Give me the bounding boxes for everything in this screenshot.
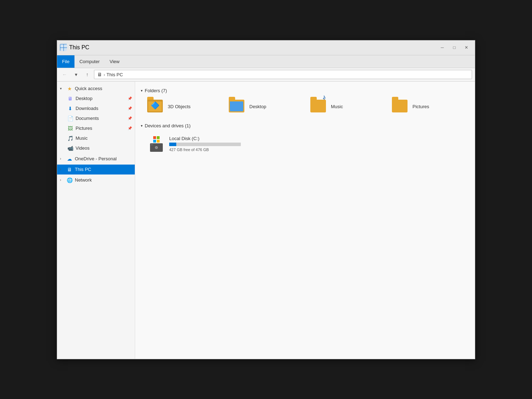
desktop-icon: 🖥: [67, 95, 73, 102]
menu-view[interactable]: View: [105, 55, 124, 68]
folder-3d-objects-label: 3D Objects: [168, 104, 190, 109]
documents-icon: 📄: [67, 115, 73, 122]
svg-rect-1: [64, 44, 67, 48]
maximize-button[interactable]: □: [449, 43, 460, 52]
path-label: This PC: [106, 72, 123, 77]
minimize-button[interactable]: ─: [437, 43, 448, 52]
sidebar: ▾ ★ Quick access 🖥 Desktop 📌 ⬇ Downloads…: [57, 82, 135, 359]
up-button[interactable]: ↑: [83, 70, 92, 79]
pin-icon-documents: 📌: [128, 116, 132, 120]
videos-icon: 📹: [67, 145, 73, 151]
title-bar: This PC ─ □ ✕: [57, 40, 475, 55]
drives-container: Local Disk (C:) 427 GB free of 476 GB: [144, 133, 469, 155]
drive-c-progress: [169, 143, 241, 146]
close-button[interactable]: ✕: [461, 43, 472, 52]
drive-item-c[interactable]: Local Disk (C:) 427 GB free of 476 GB: [144, 133, 244, 155]
network-icon: 🌐: [66, 177, 73, 183]
folder-3d-icon: 🔷: [147, 100, 164, 114]
path-separator: ›: [104, 72, 105, 77]
pin-icon: 📌: [128, 96, 132, 100]
file-explorer-window: This PC ─ □ ✕ File Computer View ← ▾ ↑ 🖥…: [57, 40, 475, 359]
svg-rect-2: [60, 48, 63, 51]
sidebar-item-pictures[interactable]: 🖼 Pictures 📌: [57, 123, 135, 133]
folders-chevron-icon: ▾: [141, 89, 143, 93]
app-icon: [60, 44, 67, 51]
sidebar-item-music[interactable]: 🎵 Music: [57, 133, 135, 143]
path-icon: 🖥: [97, 72, 102, 77]
sidebar-item-thispc[interactable]: › 🖥 This PC: [57, 165, 135, 174]
drive-c-icon: [147, 135, 166, 153]
drive-c-space: 427 GB free of 476 GB: [169, 148, 241, 152]
devices-section-header[interactable]: ▾ Devices and drives (1): [141, 123, 469, 128]
folder-music-label: Music: [331, 104, 343, 109]
thispc-icon: 🖥: [66, 166, 73, 173]
drive-c-progress-bar: [169, 143, 176, 146]
folders-section-label: Folders (7): [145, 88, 167, 93]
folder-pictures-label: Pictures: [412, 104, 429, 109]
downloads-icon: ⬇: [67, 105, 73, 112]
drive-c-info: Local Disk (C:) 427 GB free of 476 GB: [169, 136, 241, 152]
content-area: ▾ Folders (7) 🔷 3D Objects: [135, 82, 475, 359]
network-section: › 🌐 Network: [57, 175, 135, 185]
chevron-down-icon: ▾: [60, 87, 64, 90]
onedrive-icon: ☁: [66, 156, 73, 162]
folder-item-desktop[interactable]: Desktop: [226, 98, 304, 116]
folder-item-pictures[interactable]: Pictures: [389, 98, 467, 116]
sidebar-item-network[interactable]: › 🌐 Network: [57, 175, 135, 185]
devices-section-label: Devices and drives (1): [145, 123, 190, 128]
title-bar-controls: ─ □ ✕: [437, 43, 472, 52]
menu-computer[interactable]: Computer: [74, 55, 105, 68]
sidebar-item-onedrive[interactable]: › ☁ OneDrive - Personal: [57, 154, 135, 164]
sidebar-item-desktop[interactable]: 🖥 Desktop 📌: [57, 94, 135, 104]
folder-item-3d-objects[interactable]: 🔷 3D Objects: [144, 98, 222, 116]
folder-pictures-icon: [392, 100, 409, 114]
drive-c-name: Local Disk (C:): [169, 136, 241, 141]
dropdown-button[interactable]: ▾: [71, 70, 81, 79]
onedrive-section: › ☁ OneDrive - Personal: [57, 154, 135, 164]
chevron-right-network-icon: ›: [60, 178, 64, 182]
quick-access-section: ▾ ★ Quick access 🖥 Desktop 📌 ⬇ Downloads…: [57, 84, 135, 153]
folder-desktop-label: Desktop: [249, 104, 266, 109]
sidebar-item-quick-access[interactable]: ▾ ★ Quick access: [57, 84, 135, 94]
svg-rect-0: [60, 44, 63, 48]
address-bar: ← ▾ ↑ 🖥 › This PC: [57, 68, 475, 82]
chevron-right-icon: ›: [60, 157, 64, 161]
pin-icon-pictures: 📌: [128, 126, 132, 130]
title-bar-title: This PC: [69, 44, 89, 51]
menu-bar: File Computer View: [57, 55, 475, 68]
pin-icon-downloads: 📌: [128, 106, 132, 110]
music-icon: 🎵: [67, 135, 73, 142]
devices-chevron-icon: ▾: [141, 124, 143, 128]
folder-item-music[interactable]: ♪ Music: [307, 98, 386, 116]
pictures-icon: 🖼: [67, 125, 73, 132]
sidebar-item-documents[interactable]: 📄 Documents 📌: [57, 113, 135, 123]
sidebar-item-videos[interactable]: 📹 Videos: [57, 143, 135, 153]
main-area: ▾ ★ Quick access 🖥 Desktop 📌 ⬇ Downloads…: [57, 82, 475, 359]
folder-desktop-icon: [229, 100, 246, 114]
star-icon: ★: [66, 85, 73, 92]
menu-file[interactable]: File: [57, 55, 74, 68]
address-path[interactable]: 🖥 › This PC: [94, 70, 472, 79]
sidebar-item-downloads[interactable]: ⬇ Downloads 📌: [57, 104, 135, 113]
svg-rect-3: [64, 48, 67, 51]
windows-logo-icon: [153, 136, 160, 143]
back-button[interactable]: ←: [60, 70, 69, 79]
folders-grid: 🔷 3D Objects Desktop: [144, 98, 469, 116]
folder-music-icon: ♪: [310, 100, 327, 114]
thispc-section: › 🖥 This PC: [57, 165, 135, 174]
cube-3d-icon: 🔷: [151, 101, 160, 110]
chevron-right-thispc-icon: ›: [60, 167, 64, 171]
folders-section-header[interactable]: ▾ Folders (7): [141, 88, 469, 93]
